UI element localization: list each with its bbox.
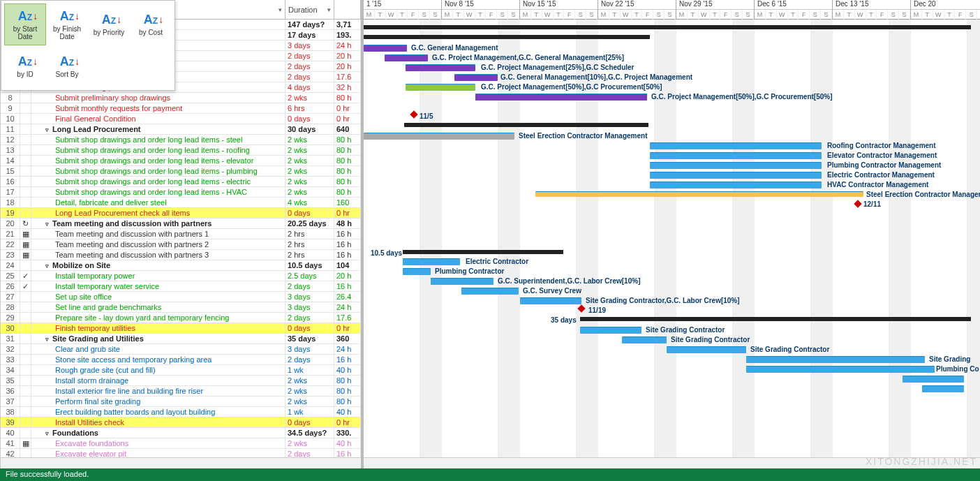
outline-toggle-icon[interactable]: ▿ <box>45 429 52 438</box>
task-row[interactable]: 16Submit shop drawings and order long le… <box>1 177 361 187</box>
week-column[interactable]: Dec 6 '15MTWTFSS <box>755 0 833 20</box>
sort-by-priority[interactable]: AZby Priority <box>88 3 130 45</box>
col-duration-header[interactable]: Duration▾ <box>285 0 334 19</box>
task-row[interactable]: 29Prepare site - lay down yard and tempo… <box>1 313 361 323</box>
gantt-bar[interactable] <box>461 288 519 295</box>
week-column[interactable]: Dec 20MTWTFSS <box>911 0 980 20</box>
task-row[interactable]: 39Install Utilities check0 days0 hr <box>1 417 361 428</box>
gantt-bar[interactable] <box>580 317 971 321</box>
gantt-bar[interactable] <box>650 142 822 149</box>
gantt-bar[interactable] <box>403 268 431 275</box>
grid-scroll-h[interactable] <box>1 457 361 468</box>
gantt-bar[interactable] <box>650 182 822 188</box>
task-row[interactable]: 23▦Team meeting and discussion with part… <box>1 250 361 260</box>
milestone-icon[interactable] <box>854 200 861 207</box>
outline-toggle-icon[interactable]: ▿ <box>45 125 52 134</box>
task-row[interactable]: 20↻▿Team meeting and discussion with par… <box>1 219 361 229</box>
gantt-bar[interactable] <box>650 152 822 159</box>
task-row[interactable]: 38Erect building batter boards and layou… <box>1 407 361 417</box>
gantt-bar[interactable] <box>454 74 498 81</box>
sort-by-finish-date[interactable]: AZby Finish Date <box>46 3 88 45</box>
outline-toggle-icon[interactable]: ▿ <box>45 261 52 270</box>
gantt-bar[interactable] <box>403 258 460 265</box>
task-row[interactable]: 22▦Team meeting and discussion with part… <box>1 239 361 250</box>
gantt-bar[interactable] <box>403 250 563 254</box>
milestone-icon[interactable] <box>410 110 417 118</box>
task-row[interactable]: 28Set line and grade benchmarks3 days24 … <box>1 302 361 313</box>
cell-name: Submit preliminary shop drawings <box>31 93 285 103</box>
gantt-bar[interactable] <box>746 356 925 363</box>
task-row[interactable]: 37Perform final site grading2 wks80 h <box>1 397 361 407</box>
task-row[interactable]: 26✓Install temporary water service2 days… <box>1 281 361 292</box>
cell-duration: 0 days <box>285 417 334 427</box>
task-row[interactable]: 31▿Site Grading and Utilities35 days360 <box>1 334 361 344</box>
task-row[interactable]: 36Install exterior fire line and buildin… <box>1 386 361 397</box>
gantt-bar[interactable] <box>520 297 581 304</box>
task-row[interactable]: 14Submit shop drawings and order long le… <box>1 156 361 166</box>
gantt-bar[interactable] <box>650 172 822 179</box>
task-row[interactable]: 21▦Team meeting and discussion with part… <box>1 229 361 239</box>
gantt-bar[interactable] <box>385 54 428 61</box>
outline-toggle-icon[interactable]: ▿ <box>45 219 52 228</box>
gantt-bar[interactable] <box>580 327 641 334</box>
timeline-header[interactable]: 1 '15MTWTFSSNov 8 '15MTWTFSSNov 15 '15MT… <box>364 0 980 20</box>
col-extra-header[interactable] <box>334 0 361 19</box>
task-row[interactable]: 19Long Lead Procurement check all items0… <box>1 208 361 219</box>
sort-by-id[interactable]: AZby ID <box>4 45 46 87</box>
gantt-body[interactable]: G.C. General ManagementG.C. Project Mana… <box>364 20 980 457</box>
gantt-bar[interactable] <box>622 336 667 343</box>
cell-duration: 2 wks <box>285 177 334 186</box>
task-row[interactable]: 35Install storm drainage2 wks80 h <box>1 376 361 386</box>
gantt-bar[interactable] <box>650 162 822 169</box>
outline-toggle-icon[interactable]: ▿ <box>45 334 52 343</box>
gantt-bar[interactable] <box>903 376 964 383</box>
week-column[interactable]: Nov 22 '15MTWTFSS <box>598 0 676 20</box>
task-row[interactable]: 24▿Mobilize on Site10.5 days104 <box>1 260 361 271</box>
sort-by-start-date[interactable]: AZby Start Date <box>4 3 46 45</box>
gantt-bar[interactable] <box>667 346 746 353</box>
task-row[interactable]: 32Clear and grub site3 days24 h <box>1 344 361 355</box>
gantt-bar[interactable] <box>364 35 650 39</box>
gantt-bar[interactable] <box>535 191 863 197</box>
task-row[interactable]: 41▦Excavate foundations2 wks40 h <box>1 438 361 449</box>
task-row[interactable]: 25✓Install temporary power2.5 days20 h <box>1 271 361 281</box>
cell-indicator: ▦ <box>20 239 31 249</box>
gantt-bar[interactable] <box>406 84 475 91</box>
gantt-bar[interactable] <box>746 366 935 373</box>
dropdown-icon[interactable]: ▾ <box>327 6 331 13</box>
task-row[interactable]: 42Excavate elevator pit2 days16 h <box>1 449 361 457</box>
task-row[interactable]: 18Detail, fabricate and deliver steel4 w… <box>1 198 361 208</box>
task-row[interactable]: 33Stone site access and temporary parkin… <box>1 355 361 365</box>
task-row[interactable]: 9Submit monthly requests for payment6 hr… <box>1 103 361 114</box>
dropdown-icon[interactable]: ▾ <box>279 6 282 13</box>
cell-id: 36 <box>1 386 20 396</box>
gantt-bar[interactable] <box>431 278 493 285</box>
task-row[interactable]: 27Set up site office3 days26.4 <box>1 292 361 302</box>
task-row[interactable]: 10Final General Condition0 days0 hr <box>1 114 361 124</box>
task-row[interactable]: 13Submit shop drawings and order long le… <box>1 145 361 156</box>
task-row[interactable]: 40▿Foundations34.5 days?330. <box>1 428 361 438</box>
sort-by-cost[interactable]: AZby Cost <box>130 3 172 45</box>
week-column[interactable]: Nov 29 '15MTWTFSS <box>676 0 755 20</box>
day-cell: F <box>955 10 966 20</box>
cell-duration: 2 wks <box>285 93 334 103</box>
task-row[interactable]: 34Rough grade site (cut and fill)1 wk40 … <box>1 365 361 376</box>
task-row[interactable]: 11▿Long Lead Procurement30 days640 <box>1 124 361 135</box>
gantt-bar[interactable] <box>364 133 514 140</box>
task-row[interactable]: 8Submit preliminary shop drawings2 wks80… <box>1 93 361 103</box>
gantt-bar[interactable] <box>364 45 407 52</box>
week-column[interactable]: Dec 13 '15MTWTFSS <box>833 0 911 20</box>
gantt-bar[interactable] <box>475 94 647 101</box>
week-column[interactable]: 1 '15MTWTFSS <box>364 0 442 20</box>
task-row[interactable]: 17Submit shop drawings and order long le… <box>1 187 361 198</box>
gantt-bar[interactable] <box>364 25 971 29</box>
gantt-bar[interactable] <box>404 123 648 127</box>
gantt-bar[interactable] <box>922 385 964 392</box>
sort-sort-by[interactable]: AZSort By <box>46 45 88 87</box>
task-row[interactable]: 15Submit shop drawings and order long le… <box>1 166 361 177</box>
gantt-bar[interactable] <box>406 64 475 71</box>
week-column[interactable]: Nov 8 '15MTWTFSS <box>442 0 520 20</box>
task-row[interactable]: 30Finish temporay utilities0 days0 hr <box>1 323 361 334</box>
task-row[interactable]: 12Submit shop drawings and order long le… <box>1 135 361 145</box>
week-column[interactable]: Nov 15 '15MTWTFSS <box>520 0 598 20</box>
